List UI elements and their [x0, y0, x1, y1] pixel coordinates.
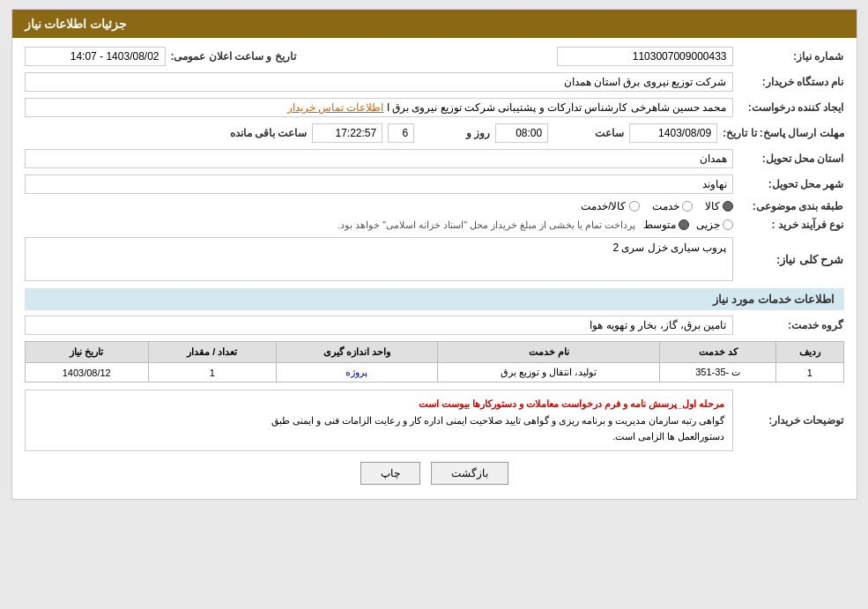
- announce-date-label: تاریخ و ساعت اعلان عمومی:: [171, 50, 296, 63]
- category-radio-kala-khadamat: [629, 201, 640, 212]
- buyer-notes-line3: دستورالعمل ها الزامی است.: [33, 428, 725, 445]
- purchase-note: پرداخت تمام یا بخشی از مبلغ خریداز محل "…: [338, 219, 636, 231]
- cell-code: ت -35-351: [660, 363, 776, 382]
- cell-qty: 1: [148, 363, 276, 382]
- col-row-num: ردیف: [776, 342, 843, 363]
- reply-days: 6: [388, 123, 414, 143]
- buyer-notes-line2: گواهی رتبه سازمان مدیریت و برنامه ریزی و…: [33, 412, 725, 429]
- table-row: 1 ت -35-351 تولید، انتقال و توزیع برق پر…: [25, 363, 843, 382]
- category-row: طبقه بندی موضوعی: کالا خدمت کالا/خدمت: [25, 200, 844, 212]
- purchase-radio-jozi: [723, 219, 733, 230]
- purchase-option-motavasset[interactable]: متوسط: [643, 219, 689, 231]
- buyer-notes-box: مرحله اول_پرسش نامه و فرم درخواست معاملا…: [25, 390, 733, 451]
- reply-day-label: روز و: [419, 127, 490, 139]
- reply-time-label: ساعت: [553, 127, 624, 139]
- category-radio-khadamat: [682, 201, 693, 212]
- city-value: نهاوند: [25, 175, 733, 194]
- purchase-type-row: نوع فرآیند خرید : جزیی متوسط پرداخت تمام…: [25, 219, 844, 231]
- service-group-label: گروه خدمت:: [738, 319, 844, 331]
- purchase-option-jozi[interactable]: جزیی: [696, 219, 733, 231]
- cell-service: تولید، انتقال و توزیع برق: [438, 363, 660, 382]
- page-container: جزئیات اطلاعات نیاز شماره نیاز: 11030070…: [11, 9, 857, 500]
- province-row: استان محل تحویل: همدان: [25, 149, 844, 168]
- reply-deadline-row: مهلت ارسال پاسخ: تا تاریخ: 1403/08/09 سا…: [25, 123, 844, 143]
- need-number-row: شماره نیاز: 1103007009000433 تاریخ و ساع…: [25, 47, 844, 66]
- creator-link[interactable]: اطلاعات تماس خریدار: [287, 101, 384, 114]
- need-description-value: پروب سیاری خزل سری 2: [25, 237, 733, 281]
- print-button[interactable]: چاپ: [360, 462, 420, 485]
- reply-date: 1403/08/09: [629, 123, 717, 143]
- service-group-row: گروه خدمت: تامین برق، گاز، بخار و تهویه …: [25, 316, 844, 335]
- services-table: ردیف کد خدمت نام خدمت واحد اندازه گیری ت…: [25, 341, 844, 382]
- category-label: طبقه بندی موضوعی:: [738, 200, 844, 212]
- buyer-name-label: نام دستگاه خریدار:: [738, 76, 844, 88]
- buyer-notes-label: توضیحات خریدار:: [738, 414, 844, 427]
- buyer-notes-row: توضیحات خریدار: مرحله اول_پرسش نامه و فر…: [25, 390, 844, 451]
- buyer-name-value: شرکت توزیع نیروی برق استان همدان: [25, 72, 733, 92]
- col-unit: واحد اندازه گیری: [276, 342, 438, 363]
- need-number-label: شماره نیاز:: [738, 50, 844, 63]
- reply-time: 08:00: [495, 123, 548, 143]
- category-label-kala: کالا: [705, 200, 720, 212]
- col-qty: تعداد / مقدار: [148, 342, 276, 363]
- category-option-khadamat[interactable]: خدمت: [652, 200, 693, 212]
- creator-row: ایجاد کننده درخواست: محمد حسین شاهرخی کا…: [25, 98, 844, 117]
- button-row: بازگشت چاپ: [25, 462, 844, 485]
- category-radio-group: کالا خدمت کالا/خدمت: [581, 200, 732, 212]
- province-label: استان محل تحویل:: [738, 152, 844, 165]
- service-group-value: تامین برق، گاز، بخار و تهویه هوا: [25, 316, 733, 335]
- service-section-header: اطلاعات خدمات مورد نیاز: [25, 288, 844, 310]
- category-label-kala-khadamat: کالا/خدمت: [581, 200, 626, 212]
- col-date: تاریخ نیاز: [25, 342, 148, 363]
- page-header: جزئیات اطلاعات نیاز: [12, 10, 857, 38]
- cell-row-num: 1: [776, 363, 843, 382]
- category-label-khadamat: خدمت: [652, 200, 679, 212]
- city-row: شهر محل تحویل: نهاوند: [25, 175, 844, 194]
- need-description-row: شرح کلی نیاز: پروب سیاری خزل سری 2: [25, 237, 844, 281]
- province-value: همدان: [25, 149, 733, 168]
- col-code: کد خدمت: [660, 342, 776, 363]
- category-option-kala[interactable]: کالا: [705, 200, 733, 212]
- need-description-label: شرح کلی نیاز:: [738, 253, 844, 266]
- main-content: شماره نیاز: 1103007009000433 تاریخ و ساع…: [12, 38, 857, 499]
- reply-remaining-label: ساعت باقی مانده: [230, 127, 308, 139]
- buyer-notes-line1: مرحله اول_پرسش نامه و فرم درخواست معاملا…: [33, 396, 725, 412]
- creator-value: محمد حسین شاهرخی کارشناس تدارکات و پشتیب…: [25, 98, 733, 117]
- purchase-label-jozi: جزیی: [696, 219, 720, 231]
- col-service-name: نام خدمت: [438, 342, 660, 363]
- back-button[interactable]: بازگشت: [431, 462, 508, 485]
- city-label: شهر محل تحویل:: [738, 178, 844, 190]
- page-title: جزئیات اطلاعات نیاز: [25, 17, 128, 31]
- service-section-title: اطلاعات خدمات مورد نیاز: [713, 293, 835, 306]
- purchase-type-label: نوع فرآیند خرید :: [738, 219, 844, 231]
- category-radio-kala: [723, 201, 733, 212]
- buyer-name-row: نام دستگاه خریدار: شرکت توزیع نیروی برق …: [25, 72, 844, 92]
- cell-unit: پروژه: [276, 363, 438, 382]
- reply-remaining: 17:22:57: [312, 123, 382, 143]
- creator-label: ایجاد کننده درخواست:: [738, 101, 844, 114]
- announce-date-value: 1403/08/02 - 14:07: [25, 47, 166, 66]
- need-number-value: 1103007009000433: [557, 47, 733, 66]
- purchase-radio-motavasset: [679, 219, 689, 230]
- purchase-label-motavasset: متوسط: [643, 219, 676, 231]
- category-option-kala-khadamat[interactable]: کالا/خدمت: [581, 200, 639, 212]
- reply-deadline-label: مهلت ارسال پاسخ: تا تاریخ:: [723, 127, 843, 139]
- cell-date: 1403/08/12: [25, 363, 148, 382]
